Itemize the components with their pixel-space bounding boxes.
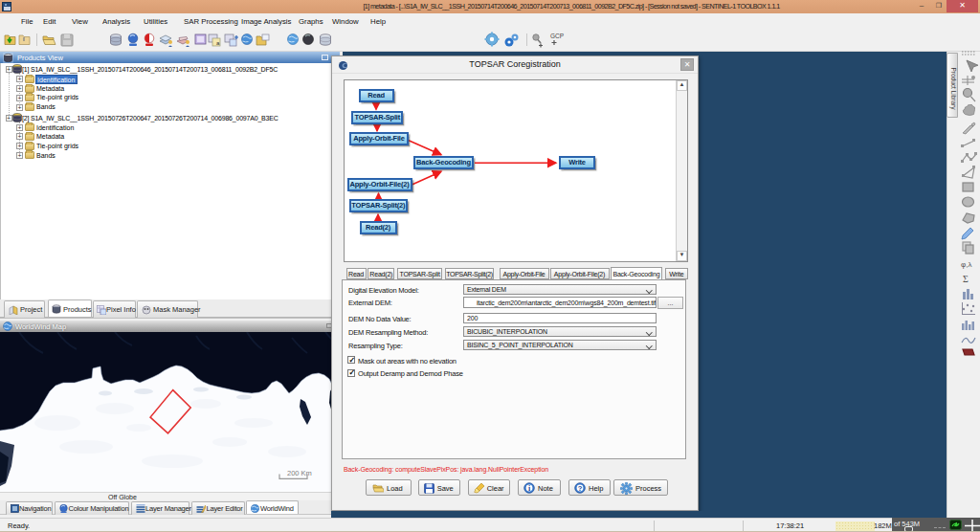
svg-text:φ,λ: φ,λ (961, 260, 971, 269)
svg-text:Σ: Σ (963, 274, 969, 284)
svg-text:200 Km: 200 Km (287, 469, 312, 477)
svg-text:GCP: GCP (550, 33, 564, 39)
svg-text:?: ? (578, 484, 583, 493)
